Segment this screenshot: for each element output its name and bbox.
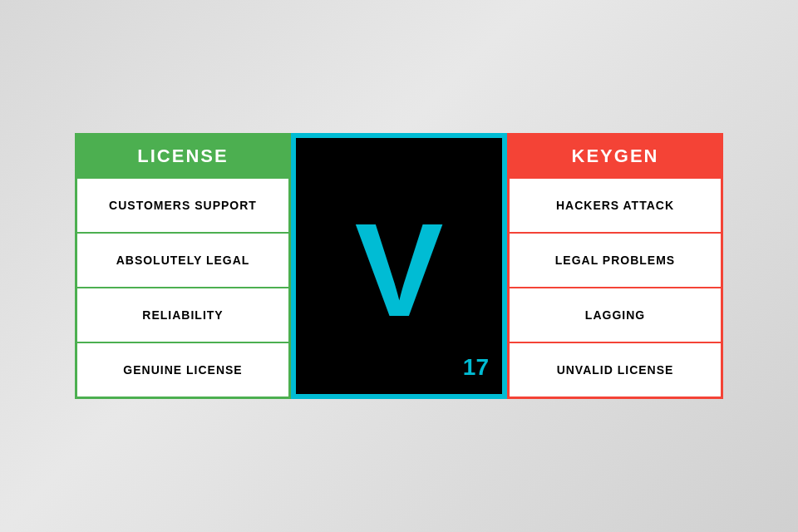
license-item-4: GENUINE LICENSE [77,342,288,397]
keygen-item-2: LEGAL PROBLEMS [510,232,721,287]
license-panel: LICENSE CUSTOMERS SUPPORT ABSOLUTELY LEG… [75,133,291,399]
logo-number: 17 [463,354,489,381]
keygen-item-3: LAGGING [510,287,721,342]
license-item-1: CUSTOMERS SUPPORT [77,177,288,232]
license-item-3: RELIABILITY [77,287,288,342]
comparison-container: LICENSE CUSTOMERS SUPPORT ABSOLUTELY LEG… [75,133,723,399]
logo-panel: V 17 [291,133,507,399]
license-header: LICENSE [77,135,288,177]
keygen-item-1: HACKERS ATTACK [510,177,721,232]
logo-letter: V [355,204,444,337]
keygen-panel: KEYGEN HACKERS ATTACK LEGAL PROBLEMS LAG… [507,133,723,399]
license-item-2: ABSOLUTELY LEGAL [77,232,288,287]
keygen-header: KEYGEN [510,135,721,177]
keygen-item-4: UNVALID LICENSE [510,342,721,397]
